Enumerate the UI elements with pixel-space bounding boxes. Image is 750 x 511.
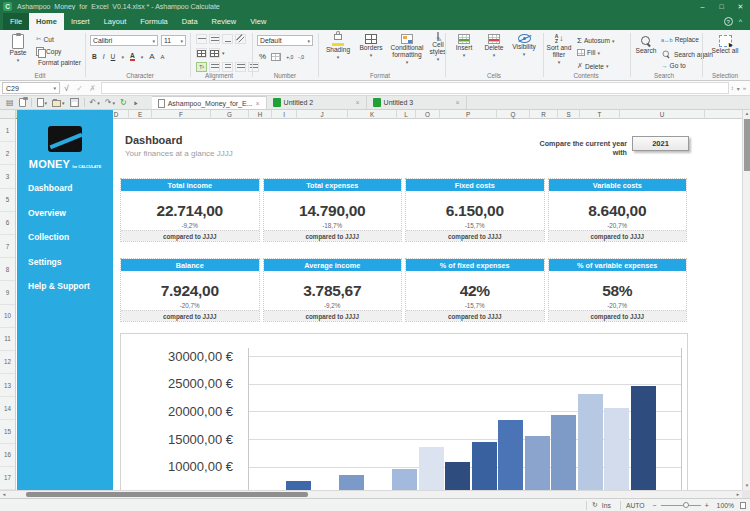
decrease-decimals-icon[interactable]: -,0	[298, 54, 304, 60]
row-header-15[interactable]: 15	[0, 420, 15, 443]
column-header-e[interactable]: E	[129, 110, 152, 119]
refresh-icon[interactable]: ↻	[120, 98, 127, 107]
maximize-button[interactable]: □	[712, 0, 731, 13]
row-header-10[interactable]: 10	[0, 305, 15, 328]
cell-styles-button[interactable]: ✎ Cell styles▾	[424, 34, 452, 62]
menu-tab-home[interactable]: Home	[29, 13, 64, 30]
save-icon[interactable]	[70, 98, 79, 107]
format-painter-button[interactable]: Format painter	[36, 59, 81, 66]
column-header-o[interactable]: O	[416, 110, 440, 119]
conditional-formatting-button[interactable]: Conditional formatting▾	[388, 34, 426, 65]
column-header-r[interactable]: R	[530, 110, 558, 119]
row-header-14[interactable]: 14	[0, 397, 15, 420]
wrap-text-icon[interactable]: T¹	[196, 62, 207, 72]
row-header-12[interactable]: 12	[0, 351, 15, 374]
sidebar-item-collection[interactable]: Collection	[17, 225, 113, 250]
column-header-q[interactable]: Q	[497, 110, 530, 119]
number-format-select[interactable]: Default▾	[257, 35, 313, 46]
select-all-button[interactable]: ► Select all	[708, 35, 742, 55]
clipboard-icon[interactable]	[19, 98, 26, 107]
menu-tab-review[interactable]: Review	[205, 13, 244, 30]
cell-reference-box[interactable]: C29▾	[2, 82, 60, 94]
row-header-3[interactable]: 3	[0, 165, 15, 188]
row-header-16[interactable]: 16	[0, 444, 15, 467]
column-header-j[interactable]: J	[297, 110, 348, 119]
select-all-corner[interactable]	[0, 110, 16, 119]
grow-font-button[interactable]: A	[149, 52, 154, 61]
column-header-u[interactable]: U	[620, 110, 705, 119]
menu-tab-formula[interactable]: Formula	[133, 13, 175, 30]
row-header-9[interactable]: 9	[0, 281, 15, 304]
row-header-11[interactable]: 11	[0, 328, 15, 351]
zoom-slider-thumb[interactable]	[683, 502, 689, 508]
column-header-g[interactable]: G	[211, 110, 249, 119]
zoom-out-button[interactable]: −	[653, 502, 657, 509]
close-tab-icon[interactable]: ×	[356, 99, 360, 106]
align-center-icon[interactable]	[222, 62, 233, 72]
horizontal-scroll-thumb[interactable]	[26, 492, 308, 497]
autosum-button[interactable]: ΣAutosum▾	[577, 36, 615, 45]
open-document-button[interactable]: ▾	[52, 98, 65, 107]
align-right-icon[interactable]	[235, 62, 246, 72]
cursor-mode-icon[interactable]: ►	[131, 99, 139, 107]
column-header-h[interactable]: H	[249, 110, 272, 119]
expand-formula-bar-icon[interactable]: ↕	[731, 85, 734, 91]
row-header-8[interactable]: 8	[0, 258, 15, 281]
insert-cells-button[interactable]: Insert▾	[451, 34, 477, 58]
column-header-f[interactable]: F	[152, 110, 211, 119]
row-header-1[interactable]: 1	[0, 119, 15, 142]
replace-button[interactable]: a↔bReplace	[661, 36, 699, 43]
redo-button[interactable]: ↷▾	[105, 98, 115, 107]
delete-contents-button[interactable]: ✗Delete▾	[577, 62, 608, 70]
borders-button[interactable]: Borders▾	[356, 34, 386, 58]
collapse-ribbon-icon[interactable]: ^	[739, 18, 742, 25]
close-button[interactable]: ✕	[731, 0, 750, 13]
zoom-slider[interactable]	[661, 505, 701, 506]
search-again-button[interactable]: Search again	[661, 49, 713, 60]
sidebar-item-overview[interactable]: Overview	[17, 201, 113, 226]
cancel-icon[interactable]: ✗	[86, 84, 99, 93]
percent-format-icon[interactable]: %	[259, 52, 266, 61]
font-color-button[interactable]: A	[130, 52, 135, 61]
row-header-17[interactable]: 17	[0, 467, 15, 490]
zoom-in-button[interactable]: +	[705, 502, 709, 509]
menu-tab-file[interactable]: File	[3, 13, 29, 30]
search-button[interactable]: Search	[634, 36, 658, 55]
menu-tab-view[interactable]: View	[243, 13, 273, 30]
column-header-l[interactable]: L	[397, 110, 416, 119]
compare-year-select[interactable]: 2021	[632, 136, 689, 151]
row-header-13[interactable]: 13	[0, 374, 15, 397]
formula-bar-dropdown-icon[interactable]: ▾	[737, 85, 740, 92]
sheet-tab-ashampoo-money-for-e[interactable]: Ashampoo_Money_for_E...×	[152, 96, 267, 109]
sync-icon[interactable]: ↻	[592, 501, 598, 509]
cut-button[interactable]: ✂Cut	[36, 35, 54, 43]
column-header-s[interactable]: S	[558, 110, 580, 119]
copy-button[interactable]: Copy	[36, 47, 61, 56]
column-header-k[interactable]: K	[348, 110, 397, 119]
italic-button[interactable]: I	[103, 53, 105, 60]
align-top-icon[interactable]	[196, 34, 207, 44]
align-middle-icon[interactable]	[209, 34, 220, 44]
vertical-scrollbar[interactable]: ▲ ▼	[742, 110, 750, 490]
menu-tab-insert[interactable]: Insert	[64, 13, 97, 30]
column-header-p[interactable]: P	[440, 110, 497, 119]
font-size-select[interactable]: 11▾	[161, 35, 186, 46]
horizontal-scrollbar[interactable]: ◄ ►	[0, 490, 742, 498]
minimize-button[interactable]: –	[693, 0, 712, 13]
column-header-t[interactable]: T	[580, 110, 620, 119]
underline-dropdown[interactable]: ▾	[121, 54, 124, 60]
close-tab-icon[interactable]: ×	[256, 100, 260, 107]
font-color-dropdown[interactable]: ▾	[141, 54, 144, 60]
font-select[interactable]: Calibri▾	[90, 35, 158, 46]
goto-button[interactable]: →Go to	[661, 62, 686, 69]
help-icon[interactable]: ?	[724, 17, 733, 26]
align-left-icon[interactable]	[209, 62, 220, 72]
sidebar-item-help-support[interactable]: Help & Support	[17, 274, 113, 299]
row-header-6[interactable]: 6	[0, 212, 15, 235]
orientation-icon[interactable]	[235, 34, 246, 44]
sheet-tab-untitled-3[interactable]: Untitled 3×	[367, 96, 467, 109]
scroll-down-icon[interactable]: ▼	[743, 482, 750, 490]
close-tab-icon[interactable]: ×	[456, 99, 460, 106]
formula-input[interactable]	[101, 82, 729, 94]
bold-button[interactable]: B	[92, 53, 97, 60]
